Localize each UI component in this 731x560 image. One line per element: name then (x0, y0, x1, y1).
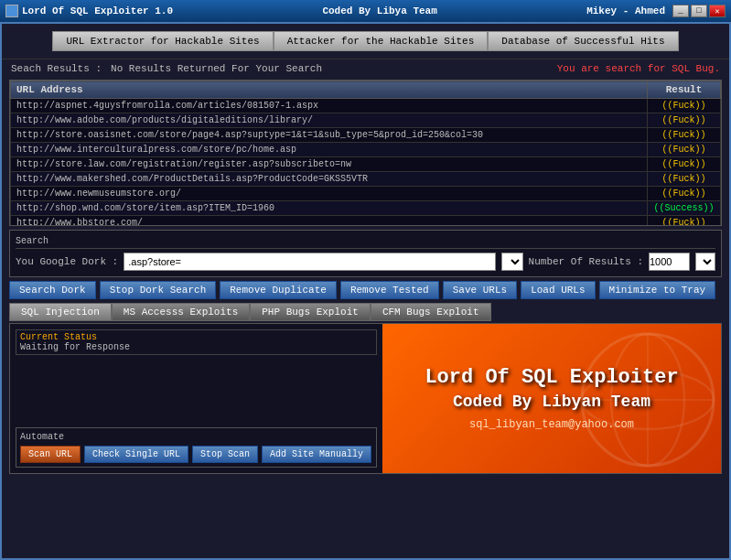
add-site-manually-button[interactable]: Add Site Manually (262, 446, 371, 463)
banner: Lord Of SQL Exploiter Coded By Libyan Te… (382, 324, 721, 473)
search-section: Search You Google Dork : Number Of Resul… (9, 230, 722, 277)
tab-ms-access[interactable]: MS Accesss Exploits (112, 303, 250, 321)
search-section-title: Search (16, 236, 715, 249)
table-row: http://www.adobe.com/products/digitaledi… (11, 113, 721, 128)
banner-subtitle: Coded By Libyan Team (453, 393, 650, 411)
tab-php-bugs[interactable]: PHP Bugs Exploit (250, 303, 371, 321)
title-tagline: Coded By Libya Team (322, 5, 436, 16)
remove-tested-button[interactable]: Remove Tested (340, 281, 439, 299)
result-cell: ((Fuck)) (648, 172, 721, 187)
current-status: Current Status Waiting for Response (16, 329, 377, 355)
col-header-result: Result (648, 81, 721, 99)
url-table: URL Address Result http://aspnet.4guysfr… (10, 81, 721, 226)
results-label: Number Of Results : (529, 256, 643, 267)
title-user: Mikey - Ahmed (586, 5, 665, 16)
window-controls: _ □ ✕ (672, 5, 726, 17)
result-cell: ((Fuck)) (648, 187, 721, 201)
search-bug-text: You are search for SQL Bug. (557, 63, 720, 74)
bottom-tabs: SQL Injection MS Accesss Exploits PHP Bu… (9, 303, 722, 321)
table-row: http://www.bbstore.com/((Fuck)) (11, 216, 721, 227)
stop-scan-button[interactable]: Stop Scan (192, 446, 258, 463)
save-urls-button[interactable]: Save URLs (443, 281, 517, 299)
table-row: http://store.law.com/registration/regist… (11, 157, 721, 172)
url-cell: http://www.newmuseumstore.org/ (11, 187, 648, 201)
dork-label: You Google Dork : (16, 256, 118, 267)
title-bar-left: Lord Of SQL Exploiter 1.0 (5, 5, 173, 17)
automate-buttons: Scan URL Check Single URL Stop Scan Add … (20, 446, 372, 463)
result-cell: ((Fuck)) (648, 143, 721, 157)
tab-sql-injection[interactable]: SQL Injection (9, 303, 112, 321)
results-count-dropdown[interactable] (695, 253, 715, 271)
tab-database[interactable]: Database of Successful Hits (488, 31, 678, 51)
top-nav: URL Extractor for Hackable Sites Attacke… (2, 24, 729, 59)
current-status-section: Current Status Waiting for Response (16, 329, 377, 359)
load-urls-button[interactable]: Load URLs (521, 281, 595, 299)
current-status-label: Current Status (20, 332, 97, 342)
table-row: http://store.oasisnet.com/store/page4.as… (11, 128, 721, 143)
title-bar: Lord Of SQL Exploiter 1.0 Coded By Libya… (0, 0, 731, 22)
close-button[interactable]: ✕ (709, 5, 726, 17)
url-cell: http://aspnet.4guysfromrolla.com/article… (11, 99, 648, 113)
minimize-to-tray-button[interactable]: Minimize to Tray (599, 281, 716, 299)
search-input[interactable] (124, 253, 495, 271)
minimize-button[interactable]: _ (672, 5, 689, 17)
automate-label: Automate (20, 432, 372, 442)
maximize-button[interactable]: □ (691, 5, 707, 17)
table-row: http://www.interculturalpress.com/store/… (11, 143, 721, 157)
url-cell: http://store.law.com/registration/regist… (11, 157, 648, 172)
banner-title: Lord Of SQL Exploiter (425, 366, 678, 389)
scan-url-button[interactable]: Scan URL (20, 446, 81, 463)
result-cell: ((Fuck)) (648, 128, 721, 143)
check-single-url-button[interactable]: Check Single URL (84, 446, 188, 463)
tab-cfm-bugs[interactable]: CFM Bugs Exploit (371, 303, 491, 321)
result-cell: ((Fuck)) (648, 157, 721, 172)
search-results-label: Seach Results : (11, 63, 102, 74)
action-buttons: Search Dork Stop Dork Search Remove Dupl… (9, 281, 722, 299)
result-cell: ((Fuck)) (648, 113, 721, 128)
search-dropdown[interactable] (501, 253, 523, 271)
lower-left: Current Status Waiting for Response Auto… (10, 324, 382, 473)
banner-email: sql_libyan_team@yahoo.com (469, 418, 634, 431)
lower-panel: Current Status Waiting for Response Auto… (9, 323, 722, 474)
main-window: URL Extractor for Hackable Sites Attacke… (0, 22, 731, 560)
result-cell: ((Fuck)) (648, 216, 721, 227)
url-cell: http://store.oasisnet.com/store/page4.as… (11, 128, 648, 143)
stop-dork-search-button[interactable]: Stop Dork Search (100, 281, 217, 299)
automate-section: Automate Scan URL Check Single URL Stop … (16, 427, 377, 468)
tab-attacker[interactable]: Attacker for the Hackable Sites (274, 31, 489, 51)
tab-url-extractor[interactable]: URL Extractor for Hackable Sites (52, 31, 273, 51)
url-cell: http://www.interculturalpress.com/store/… (11, 143, 648, 157)
table-row: http://shop.wnd.com/store/item.asp?ITEM_… (11, 201, 721, 216)
table-row: http://www.makershed.com/ProductDetails.… (11, 172, 721, 187)
search-row: You Google Dork : Number Of Results : (16, 253, 715, 271)
search-results-bar: Seach Results : No Results Returned For … (2, 59, 729, 78)
remove-duplicate-button[interactable]: Remove Duplicate (220, 281, 337, 299)
url-cell: http://www.bbstore.com/ (11, 216, 648, 227)
app-icon (5, 5, 18, 17)
results-count-input[interactable] (649, 253, 690, 271)
result-cell: ((Success)) (648, 201, 721, 216)
current-status-value: Waiting for Response (20, 342, 130, 352)
app-title: Lord Of SQL Exploiter 1.0 (22, 5, 173, 16)
url-cell: http://www.adobe.com/products/digitaledi… (11, 113, 648, 128)
table-row: http://aspnet.4guysfromrolla.com/article… (11, 99, 721, 113)
url-cell: http://shop.wnd.com/store/item.asp?ITEM_… (11, 201, 648, 216)
search-results-value: No Results Returned For Your Search (111, 63, 322, 74)
search-dork-button[interactable]: Search Dork (9, 281, 96, 299)
table-row: http://www.newmuseumstore.org/((Fuck)) (11, 187, 721, 201)
url-table-container: URL Address Result http://aspnet.4guysfr… (9, 80, 722, 226)
url-cell: http://www.makershed.com/ProductDetails.… (11, 172, 648, 187)
result-cell: ((Fuck)) (648, 99, 721, 113)
col-header-url: URL Address (11, 81, 648, 99)
